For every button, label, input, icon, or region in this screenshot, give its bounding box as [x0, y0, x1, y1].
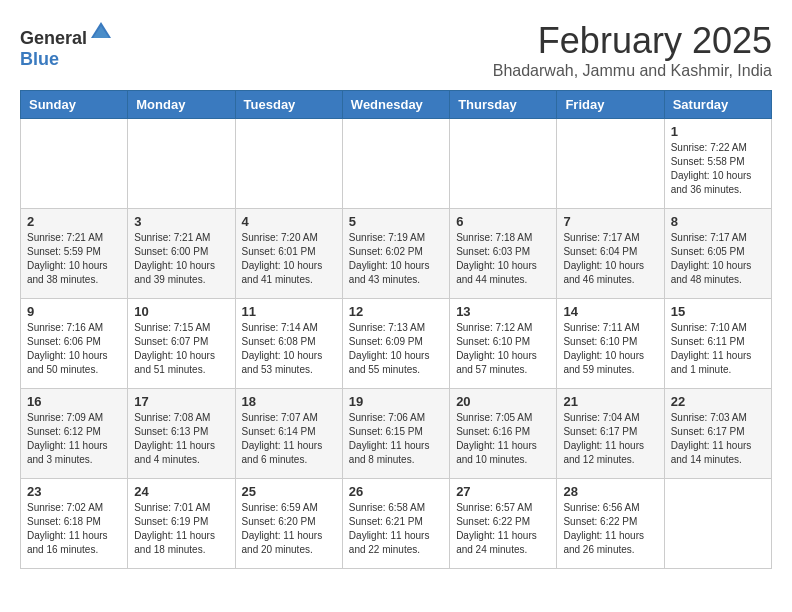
calendar-cell [235, 119, 342, 209]
calendar-cell [557, 119, 664, 209]
calendar-cell: 4Sunrise: 7:20 AM Sunset: 6:01 PM Daylig… [235, 209, 342, 299]
weekday-header-wednesday: Wednesday [342, 91, 449, 119]
day-info: Sunrise: 7:07 AM Sunset: 6:14 PM Dayligh… [242, 411, 336, 467]
day-info: Sunrise: 7:14 AM Sunset: 6:08 PM Dayligh… [242, 321, 336, 377]
day-number: 22 [671, 394, 765, 409]
day-number: 25 [242, 484, 336, 499]
day-info: Sunrise: 7:03 AM Sunset: 6:17 PM Dayligh… [671, 411, 765, 467]
calendar-cell: 1Sunrise: 7:22 AM Sunset: 5:58 PM Daylig… [664, 119, 771, 209]
month-title: February 2025 [493, 20, 772, 62]
day-number: 6 [456, 214, 550, 229]
day-info: Sunrise: 7:22 AM Sunset: 5:58 PM Dayligh… [671, 141, 765, 197]
calendar-week-row: 9Sunrise: 7:16 AM Sunset: 6:06 PM Daylig… [21, 299, 772, 389]
day-info: Sunrise: 6:59 AM Sunset: 6:20 PM Dayligh… [242, 501, 336, 557]
day-number: 15 [671, 304, 765, 319]
calendar-cell [450, 119, 557, 209]
logo-text-blue: Blue [20, 49, 59, 69]
calendar-cell: 17Sunrise: 7:08 AM Sunset: 6:13 PM Dayli… [128, 389, 235, 479]
calendar-week-row: 2Sunrise: 7:21 AM Sunset: 5:59 PM Daylig… [21, 209, 772, 299]
day-number: 14 [563, 304, 657, 319]
day-number: 2 [27, 214, 121, 229]
day-info: Sunrise: 6:58 AM Sunset: 6:21 PM Dayligh… [349, 501, 443, 557]
day-info: Sunrise: 7:19 AM Sunset: 6:02 PM Dayligh… [349, 231, 443, 287]
day-number: 28 [563, 484, 657, 499]
calendar-cell: 10Sunrise: 7:15 AM Sunset: 6:07 PM Dayli… [128, 299, 235, 389]
calendar-cell: 15Sunrise: 7:10 AM Sunset: 6:11 PM Dayli… [664, 299, 771, 389]
calendar-cell: 21Sunrise: 7:04 AM Sunset: 6:17 PM Dayli… [557, 389, 664, 479]
day-info: Sunrise: 7:21 AM Sunset: 5:59 PM Dayligh… [27, 231, 121, 287]
day-number: 17 [134, 394, 228, 409]
day-info: Sunrise: 7:06 AM Sunset: 6:15 PM Dayligh… [349, 411, 443, 467]
day-number: 13 [456, 304, 550, 319]
day-number: 10 [134, 304, 228, 319]
day-number: 21 [563, 394, 657, 409]
calendar-cell: 24Sunrise: 7:01 AM Sunset: 6:19 PM Dayli… [128, 479, 235, 569]
weekday-header-thursday: Thursday [450, 91, 557, 119]
calendar-cell: 9Sunrise: 7:16 AM Sunset: 6:06 PM Daylig… [21, 299, 128, 389]
day-number: 16 [27, 394, 121, 409]
day-info: Sunrise: 7:02 AM Sunset: 6:18 PM Dayligh… [27, 501, 121, 557]
day-number: 1 [671, 124, 765, 139]
day-number: 8 [671, 214, 765, 229]
day-info: Sunrise: 7:04 AM Sunset: 6:17 PM Dayligh… [563, 411, 657, 467]
day-number: 23 [27, 484, 121, 499]
calendar-cell: 22Sunrise: 7:03 AM Sunset: 6:17 PM Dayli… [664, 389, 771, 479]
calendar-cell: 20Sunrise: 7:05 AM Sunset: 6:16 PM Dayli… [450, 389, 557, 479]
calendar-cell: 6Sunrise: 7:18 AM Sunset: 6:03 PM Daylig… [450, 209, 557, 299]
day-info: Sunrise: 7:13 AM Sunset: 6:09 PM Dayligh… [349, 321, 443, 377]
calendar-cell: 19Sunrise: 7:06 AM Sunset: 6:15 PM Dayli… [342, 389, 449, 479]
calendar-cell: 18Sunrise: 7:07 AM Sunset: 6:14 PM Dayli… [235, 389, 342, 479]
calendar-cell: 7Sunrise: 7:17 AM Sunset: 6:04 PM Daylig… [557, 209, 664, 299]
weekday-header-friday: Friday [557, 91, 664, 119]
calendar-week-row: 1Sunrise: 7:22 AM Sunset: 5:58 PM Daylig… [21, 119, 772, 209]
day-info: Sunrise: 7:15 AM Sunset: 6:07 PM Dayligh… [134, 321, 228, 377]
calendar-cell [664, 479, 771, 569]
day-number: 3 [134, 214, 228, 229]
title-block: February 2025 Bhadarwah, Jammu and Kashm… [493, 20, 772, 80]
day-number: 9 [27, 304, 121, 319]
day-number: 26 [349, 484, 443, 499]
day-info: Sunrise: 7:12 AM Sunset: 6:10 PM Dayligh… [456, 321, 550, 377]
calendar-cell: 2Sunrise: 7:21 AM Sunset: 5:59 PM Daylig… [21, 209, 128, 299]
calendar-cell: 3Sunrise: 7:21 AM Sunset: 6:00 PM Daylig… [128, 209, 235, 299]
calendar-cell: 26Sunrise: 6:58 AM Sunset: 6:21 PM Dayli… [342, 479, 449, 569]
day-number: 27 [456, 484, 550, 499]
weekday-header-tuesday: Tuesday [235, 91, 342, 119]
calendar-header-row: SundayMondayTuesdayWednesdayThursdayFrid… [21, 91, 772, 119]
day-number: 20 [456, 394, 550, 409]
weekday-header-sunday: Sunday [21, 91, 128, 119]
calendar-cell [128, 119, 235, 209]
location-title: Bhadarwah, Jammu and Kashmir, India [493, 62, 772, 80]
day-info: Sunrise: 7:18 AM Sunset: 6:03 PM Dayligh… [456, 231, 550, 287]
day-number: 19 [349, 394, 443, 409]
calendar-cell: 13Sunrise: 7:12 AM Sunset: 6:10 PM Dayli… [450, 299, 557, 389]
calendar-cell: 5Sunrise: 7:19 AM Sunset: 6:02 PM Daylig… [342, 209, 449, 299]
calendar-cell [21, 119, 128, 209]
calendar-cell: 28Sunrise: 6:56 AM Sunset: 6:22 PM Dayli… [557, 479, 664, 569]
calendar-cell: 27Sunrise: 6:57 AM Sunset: 6:22 PM Dayli… [450, 479, 557, 569]
day-number: 18 [242, 394, 336, 409]
logo: General Blue [20, 20, 113, 70]
day-info: Sunrise: 7:16 AM Sunset: 6:06 PM Dayligh… [27, 321, 121, 377]
day-number: 12 [349, 304, 443, 319]
day-info: Sunrise: 6:56 AM Sunset: 6:22 PM Dayligh… [563, 501, 657, 557]
day-info: Sunrise: 6:57 AM Sunset: 6:22 PM Dayligh… [456, 501, 550, 557]
calendar-cell: 14Sunrise: 7:11 AM Sunset: 6:10 PM Dayli… [557, 299, 664, 389]
logo-icon [89, 20, 113, 44]
day-number: 7 [563, 214, 657, 229]
calendar-cell: 8Sunrise: 7:17 AM Sunset: 6:05 PM Daylig… [664, 209, 771, 299]
calendar-week-row: 16Sunrise: 7:09 AM Sunset: 6:12 PM Dayli… [21, 389, 772, 479]
calendar-cell: 16Sunrise: 7:09 AM Sunset: 6:12 PM Dayli… [21, 389, 128, 479]
day-info: Sunrise: 7:01 AM Sunset: 6:19 PM Dayligh… [134, 501, 228, 557]
day-info: Sunrise: 7:11 AM Sunset: 6:10 PM Dayligh… [563, 321, 657, 377]
calendar-table: SundayMondayTuesdayWednesdayThursdayFrid… [20, 90, 772, 569]
day-info: Sunrise: 7:10 AM Sunset: 6:11 PM Dayligh… [671, 321, 765, 377]
day-info: Sunrise: 7:21 AM Sunset: 6:00 PM Dayligh… [134, 231, 228, 287]
calendar-cell: 12Sunrise: 7:13 AM Sunset: 6:09 PM Dayli… [342, 299, 449, 389]
day-number: 4 [242, 214, 336, 229]
day-info: Sunrise: 7:17 AM Sunset: 6:04 PM Dayligh… [563, 231, 657, 287]
weekday-header-saturday: Saturday [664, 91, 771, 119]
day-info: Sunrise: 7:05 AM Sunset: 6:16 PM Dayligh… [456, 411, 550, 467]
calendar-cell: 11Sunrise: 7:14 AM Sunset: 6:08 PM Dayli… [235, 299, 342, 389]
day-number: 11 [242, 304, 336, 319]
